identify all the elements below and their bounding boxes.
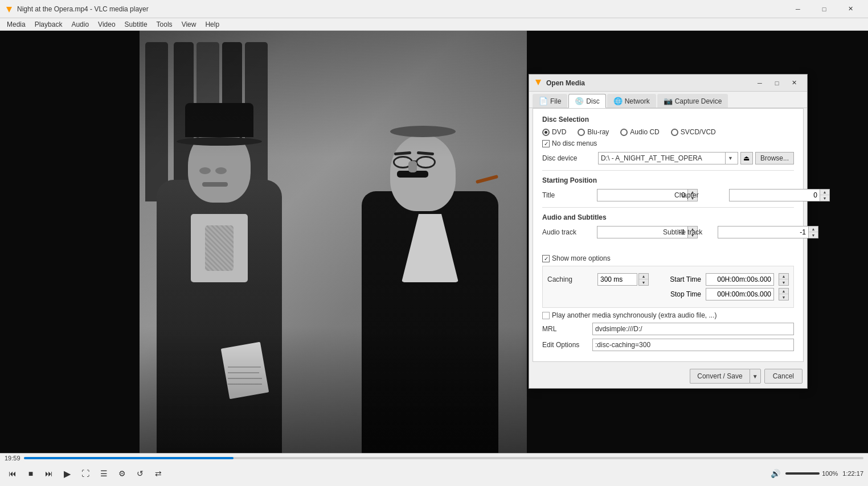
extended-button[interactable]: ⚙ bbox=[114, 466, 130, 481]
subtitle-track-input[interactable] bbox=[718, 226, 808, 238]
menu-video[interactable]: Video bbox=[93, 19, 120, 30]
disc-device-row: Disc device D:\ - A_NIGHT_AT_THE_OPERA ▼… bbox=[542, 152, 794, 164]
capture-tab-icon: 📷 bbox=[664, 97, 673, 105]
menu-playback[interactable]: Playback bbox=[30, 19, 67, 30]
stop-time-up-btn[interactable]: ▲ bbox=[779, 289, 788, 294]
audiocd-label: Audio CD bbox=[630, 128, 659, 136]
chapter-spinner: ▲ ▼ bbox=[729, 189, 763, 201]
eject-button[interactable]: ⏏ bbox=[740, 152, 753, 164]
menu-help[interactable]: Help bbox=[200, 19, 224, 30]
stop-time-row: Stop Time 00H:00m:00s.000 ▲ ▼ bbox=[547, 288, 789, 300]
close-button[interactable]: ✕ bbox=[837, 0, 863, 18]
edit-options-input[interactable]: :disc-caching=300 bbox=[592, 339, 794, 351]
audio-subtitle-row: Audio track ▲ ▼ Subtitle track ▲ ▼ bbox=[542, 226, 794, 238]
radio-bluray[interactable]: Blu-ray bbox=[578, 128, 609, 136]
stop-time-down-btn[interactable]: ▼ bbox=[779, 294, 788, 300]
title-bar: Night at the Opera.mp4 - VLC media playe… bbox=[0, 0, 868, 18]
radio-dvd[interactable]: DVD bbox=[542, 128, 566, 136]
caching-label: Caching bbox=[547, 275, 593, 283]
play-sync-label: Play another media synchronously (extra … bbox=[552, 311, 716, 319]
dialog-maximize-btn[interactable]: □ bbox=[768, 77, 785, 89]
tab-network[interactable]: 🌐 Network bbox=[607, 94, 656, 108]
convert-save-arrow-btn[interactable]: ▼ bbox=[750, 369, 761, 384]
total-time: 1:22:17 bbox=[842, 470, 863, 477]
dialog-minimize-btn[interactable]: ─ bbox=[751, 77, 768, 89]
volume-area: 🔊 100% bbox=[767, 466, 838, 481]
app-title: Night at the Opera.mp4 - VLC media playe… bbox=[17, 5, 785, 13]
menu-tools[interactable]: Tools bbox=[152, 19, 177, 30]
edit-options-row: Edit Options :disc-caching=300 bbox=[542, 339, 794, 351]
tab-capture[interactable]: 📷 Capture Device bbox=[657, 94, 728, 108]
menu-media[interactable]: Media bbox=[2, 19, 30, 30]
svcd-label: SVCD/VCD bbox=[681, 128, 716, 136]
menu-subtitle[interactable]: Subtitle bbox=[120, 19, 152, 30]
start-time-down-btn[interactable]: ▼ bbox=[779, 279, 788, 285]
audio-track-spinner: ▲ ▼ bbox=[597, 226, 631, 238]
no-disc-menus-row: ✓ No disc menus bbox=[542, 139, 794, 147]
fullscreen-button[interactable]: ⛶ bbox=[77, 466, 93, 481]
chapter-up-btn[interactable]: ▲ bbox=[820, 190, 829, 195]
volume-icon[interactable]: 🔊 bbox=[767, 466, 783, 481]
svcd-radio-indicator bbox=[671, 129, 678, 136]
prev-button[interactable]: ⏮ bbox=[5, 466, 21, 481]
disc-selection-label: Disc Selection bbox=[542, 116, 794, 123]
shuffle-button[interactable]: ⇄ bbox=[150, 466, 166, 481]
subtitle-track-spinner-btns: ▲ ▼ bbox=[808, 226, 818, 238]
menu-view[interactable]: View bbox=[177, 19, 201, 30]
convert-save-split-btn: Convert / Save ▼ bbox=[690, 369, 760, 384]
playlist-button[interactable]: ☰ bbox=[96, 466, 112, 481]
dvd-radio-indicator bbox=[542, 129, 550, 136]
radio-audiocd[interactable]: Audio CD bbox=[620, 128, 659, 136]
dialog-content: Disc Selection DVD Blu-ray Audio CD SVCD… bbox=[533, 108, 804, 362]
controls-bar: 19:59 ⏮ ■ ⏭ ▶ ⛶ ☰ ⚙ ↺ ⇄ 🔊 100% 1:22:17 bbox=[0, 453, 868, 486]
stop-time-input[interactable]: 00H:00m:00s.000 bbox=[706, 288, 774, 300]
play-button[interactable]: ▶ bbox=[59, 466, 75, 481]
convert-save-button[interactable]: Convert / Save bbox=[690, 369, 749, 384]
subtitle-track-up-btn[interactable]: ▲ bbox=[809, 226, 818, 232]
stop-button[interactable]: ■ bbox=[23, 466, 39, 481]
loop-button[interactable]: ↺ bbox=[132, 466, 148, 481]
mrl-input[interactable]: dvdsimple:///D:/ bbox=[592, 323, 794, 335]
play-sync-row: Play another media synchronously (extra … bbox=[542, 311, 794, 319]
progress-track[interactable] bbox=[24, 457, 863, 459]
show-more-checkbox[interactable]: ✓ bbox=[542, 255, 550, 262]
caching-spinner-btns: ▲ ▼ bbox=[638, 273, 649, 286]
cancel-button[interactable]: Cancel bbox=[764, 369, 803, 384]
caching-up-btn[interactable]: ▲ bbox=[639, 274, 648, 279]
tab-disc-label: Disc bbox=[586, 97, 599, 105]
minimize-button[interactable]: ─ bbox=[785, 0, 811, 18]
caching-input[interactable] bbox=[597, 273, 637, 286]
play-sync-checkbox[interactable] bbox=[542, 312, 550, 319]
title-spinner: ▲ ▼ bbox=[597, 189, 631, 201]
disc-tab-icon: 💿 bbox=[575, 97, 584, 105]
tab-disc[interactable]: 💿 Disc bbox=[568, 94, 605, 108]
disc-device-select[interactable]: D:\ - A_NIGHT_AT_THE_OPERA ▼ bbox=[598, 152, 738, 164]
disc-device-label: Disc device bbox=[542, 154, 593, 162]
maximize-button[interactable]: □ bbox=[811, 0, 837, 18]
start-time-spinner-btns: ▲ ▼ bbox=[779, 273, 789, 286]
tab-file[interactable]: 📄 File bbox=[533, 94, 567, 108]
audio-track-label: Audio track bbox=[542, 228, 588, 236]
menu-audio[interactable]: Audio bbox=[67, 19, 93, 30]
start-time-up-btn[interactable]: ▲ bbox=[779, 274, 788, 279]
start-time-label: Start Time bbox=[670, 275, 701, 283]
chapter-input[interactable] bbox=[729, 189, 820, 201]
subtitle-track-down-btn[interactable]: ▼ bbox=[809, 232, 818, 238]
radio-svcd[interactable]: SVCD/VCD bbox=[671, 128, 716, 136]
chapter-down-btn[interactable]: ▼ bbox=[820, 195, 829, 201]
no-disc-menus-checkbox[interactable]: ✓ bbox=[542, 140, 550, 147]
dialog-vlc-icon bbox=[534, 79, 543, 88]
next-button[interactable]: ⏭ bbox=[41, 466, 57, 481]
dialog-title: Open Media bbox=[546, 79, 751, 87]
progress-bar-container: 19:59 bbox=[0, 454, 868, 463]
caching-down-btn[interactable]: ▼ bbox=[639, 279, 648, 285]
dvd-label: DVD bbox=[552, 128, 566, 136]
start-time-input[interactable]: 00H:00m:00s.000 bbox=[706, 273, 774, 286]
volume-label: 100% bbox=[822, 470, 838, 477]
subtitle-track-label: Subtitle track bbox=[663, 228, 709, 236]
dialog-close-btn[interactable]: ✕ bbox=[785, 77, 803, 89]
tab-file-label: File bbox=[550, 97, 561, 105]
volume-track[interactable] bbox=[785, 472, 820, 475]
browse-button[interactable]: Browse... bbox=[755, 152, 794, 164]
disc-device-value: D:\ - A_NIGHT_AT_THE_OPERA bbox=[601, 154, 725, 162]
